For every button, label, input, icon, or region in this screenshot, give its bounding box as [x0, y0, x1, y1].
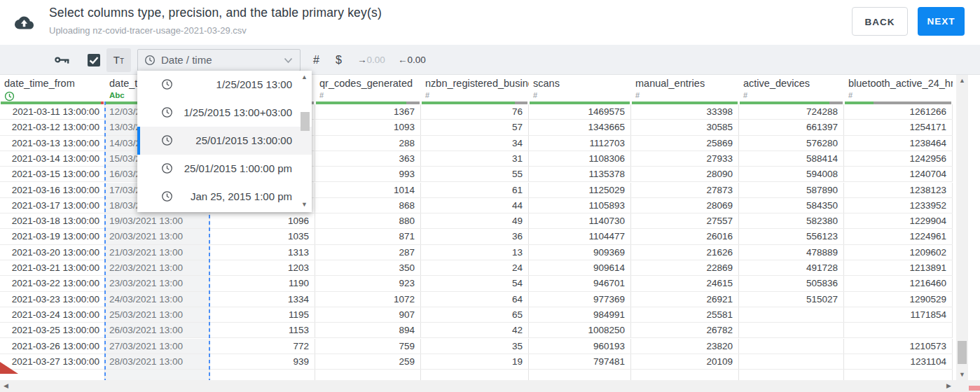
- table-cell: 1240704: [844, 167, 953, 181]
- type-option[interactable]: Jan 25, 2015 1:00 pm: [137, 183, 312, 211]
- type-option[interactable]: 25/01/2015 1:00:00 pm: [137, 155, 312, 183]
- table-cell: 1171854: [844, 307, 953, 322]
- table-cell: [105, 370, 210, 380]
- table-cell: 1242956: [844, 151, 953, 166]
- table-cell: 491728: [739, 260, 844, 275]
- dropdown-scroll-thumb[interactable]: [301, 112, 310, 131]
- vertical-scroll-thumb[interactable]: [958, 341, 967, 364]
- scroll-right-arrow[interactable]: ▶: [943, 382, 955, 389]
- horizontal-scrollbar[interactable]: ◀ ▶: [0, 380, 980, 392]
- table-cell: 939: [210, 354, 315, 369]
- table-cell: 23/03/2021 13:00: [105, 276, 210, 290]
- selected-option-indicator: [137, 127, 140, 155]
- table-cell: 868: [315, 198, 421, 213]
- table-cell: 2021-03-17 13:00:00: [0, 198, 105, 213]
- table-cell: 984991: [529, 307, 631, 322]
- table-cell: 1216460: [844, 276, 953, 290]
- table-cell: 19: [421, 354, 529, 369]
- table-cell: 1112703: [529, 136, 631, 150]
- table-cell: [739, 339, 844, 354]
- type-option-label: 1/25/2015 13:00+03:00: [184, 99, 292, 127]
- table-cell: 759: [315, 339, 421, 354]
- table-cell: 1153: [210, 323, 315, 337]
- table-cell: 1093: [315, 120, 421, 134]
- dropdown-scroll-down-arrow[interactable]: ▼: [298, 201, 310, 208]
- table-cell: 582380: [739, 214, 844, 228]
- table-cell: 960193: [529, 339, 631, 354]
- table-cell: 588414: [739, 151, 844, 166]
- vertical-scrollbar[interactable]: ▲ ▼: [956, 75, 968, 380]
- table-cell: 772: [210, 339, 315, 354]
- table-cell: [210, 370, 315, 380]
- scroll-up-arrow[interactable]: ▲: [956, 77, 968, 84]
- table-cell: 1224961: [844, 229, 953, 244]
- type-option[interactable]: 1/25/2015 13:00+03:00: [137, 99, 312, 127]
- table-cell: 797481: [529, 354, 631, 369]
- table-cell: 25581: [631, 307, 739, 322]
- table-cell: 2021-03-12 13:00:00: [0, 120, 105, 134]
- clock-icon: [161, 106, 173, 118]
- type-option-label: Jan 25, 2015 1:00 pm: [191, 183, 292, 211]
- table-cell: 2021-03-16 13:00:00: [0, 183, 105, 197]
- table-cell: 22869: [631, 260, 739, 275]
- table-cell: 894: [315, 323, 421, 337]
- table-cell: 64: [421, 292, 529, 307]
- clock-icon: [161, 78, 173, 90]
- type-option-label: 1/25/2015 13:00: [216, 71, 292, 99]
- table-cell: 2021-03-21 13:00:00: [0, 260, 105, 275]
- table-cell: 1209602: [844, 245, 953, 260]
- table-cell: [739, 323, 844, 337]
- table-cell: 1238464: [844, 136, 953, 150]
- table-cell: 25/03/2021 13:00: [105, 307, 210, 322]
- table-cell: 27873: [631, 183, 739, 197]
- table-cell: 909614: [529, 260, 631, 275]
- table-cell: 288: [315, 136, 421, 150]
- table-cell: 54: [421, 276, 529, 290]
- type-option[interactable]: 1/25/2015 13:00: [137, 71, 312, 99]
- table-cell: 2021-03-22 13:00:00: [0, 276, 105, 290]
- table-cell: 1213891: [844, 260, 953, 275]
- table-cell: 28090: [631, 167, 739, 181]
- table-cell: 724288: [739, 104, 844, 119]
- table-cell: 65: [421, 307, 529, 322]
- table-row: [0, 370, 953, 380]
- table-cell: [739, 370, 844, 380]
- table-row: 2021-03-18 13:00:0019/03/2021 13:0010968…: [0, 214, 953, 229]
- table-cell: 1195: [210, 307, 315, 322]
- table-cell: 1135378: [529, 167, 631, 181]
- table-cell: 26/03/2021 13:00: [105, 323, 210, 337]
- table-cell: 1238123: [844, 183, 953, 197]
- date-format-dropdown-panel: ▲ 1/25/2015 13:001/25/2015 13:00+03:0025…: [137, 71, 312, 212]
- table-cell: 1108306: [529, 151, 631, 166]
- table-cell: 36: [421, 229, 529, 244]
- table-cell: 594008: [739, 167, 844, 181]
- type-option-label: 25/01/2015 1:00:00 pm: [184, 155, 292, 183]
- table-cell: 946701: [529, 276, 631, 290]
- table-cell: [739, 307, 844, 322]
- table-cell: [315, 370, 421, 380]
- scroll-down-arrow[interactable]: ▼: [956, 371, 968, 378]
- table-cell: 25869: [631, 136, 739, 150]
- table-cell: 907: [315, 307, 421, 322]
- table-cell: 55: [421, 167, 529, 181]
- table-cell: 909369: [529, 245, 631, 260]
- table-cell: 19/03/2021 13:00: [105, 214, 210, 228]
- table-cell: [421, 370, 529, 380]
- table-cell: 2021-03-13 13:00:00: [0, 136, 105, 150]
- table-cell: [739, 354, 844, 369]
- table-cell: 2021-03-19 13:00:00: [0, 229, 105, 244]
- table-cell: [529, 370, 631, 380]
- table-cell: 61: [421, 183, 529, 197]
- table-cell: 23820: [631, 339, 739, 354]
- table-cell: 505836: [739, 276, 844, 290]
- table-cell: 2021-03-26 13:00:00: [0, 339, 105, 354]
- table-cell: 259: [315, 354, 421, 369]
- clock-icon: [161, 162, 173, 174]
- horizontal-scroll-thumb[interactable]: [969, 386, 980, 391]
- type-option[interactable]: 25/01/2015 13:00:00: [137, 127, 312, 155]
- table-cell: 1261266: [844, 104, 953, 119]
- table-cell: 556123: [739, 229, 844, 244]
- scroll-left-arrow[interactable]: ◀: [0, 382, 12, 389]
- table-cell: 2021-03-20 13:00:00: [0, 245, 105, 260]
- table-cell: 871: [315, 229, 421, 244]
